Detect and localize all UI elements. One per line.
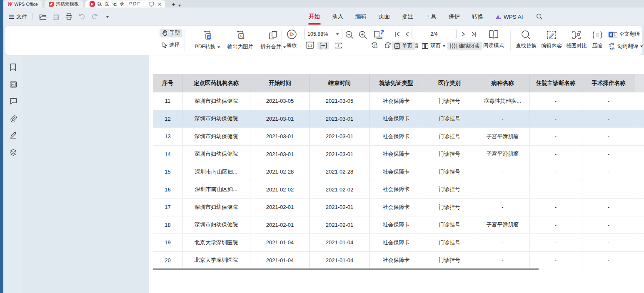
menu-home[interactable]: 开始 — [309, 7, 320, 26]
fit-page-button[interactable] — [332, 42, 344, 50]
cell-medical-category: 门诊挂号 — [423, 163, 476, 181]
play-button[interactable]: 播放 — [281, 29, 302, 49]
close-tab-icon[interactable] — [157, 2, 162, 6]
zoom-in-icon[interactable] — [358, 30, 367, 40]
menu-insert[interactable]: 插入 — [332, 7, 343, 26]
sidebar-attachments-button[interactable] — [10, 115, 17, 122]
cell-partial — [635, 181, 644, 199]
print-button[interactable] — [64, 12, 73, 21]
zoom-out-icon[interactable] — [345, 30, 354, 40]
cell-credential-type: 社会保障卡 — [369, 234, 423, 251]
redo-button[interactable] — [90, 12, 99, 21]
column-header: 开始时间 — [250, 74, 310, 92]
quickbar-more-button[interactable]: ▼ — [103, 12, 112, 21]
edit-content-button[interactable]: 编辑内容 — [539, 30, 564, 50]
printer-icon — [65, 13, 72, 20]
rotate-left-button[interactable] — [370, 42, 380, 50]
tab-list-chevron-icon[interactable]: ▼ — [177, 4, 182, 7]
single-page-button[interactable]: 单页 — [392, 42, 415, 50]
last-page-icon[interactable] — [471, 31, 477, 37]
rotate-document-icon[interactable] — [373, 29, 385, 40]
sidebar-signature-button[interactable] — [10, 132, 17, 139]
cell-start-date: 2021-03-01 — [250, 110, 310, 128]
document-title: 就 医 记 录 .PDF — [97, 1, 141, 7]
table-row[interactable]: 11 深圳市妇幼保健院 2021-03-05 2021-03-05 社会保障卡 … — [153, 92, 644, 110]
table-row[interactable]: 17 深圳市妇幼保健院 2021-02-01 2021-02-01 社会保障卡 … — [153, 199, 644, 216]
continuous-read-button[interactable]: 连续阅读 — [447, 42, 482, 50]
menu-tools[interactable]: 工具 — [425, 7, 437, 26]
hand-icon — [162, 30, 168, 36]
column-header-partial — [635, 74, 644, 92]
table-row[interactable]: 12 深圳市妇幼保健院 2021-03-01 2021-03-01 社会保障卡 … — [153, 110, 644, 128]
double-page-button[interactable]: 双页 ▼ — [419, 42, 448, 50]
cell-diagnosis-name: - — [529, 110, 582, 128]
cell-partial — [635, 128, 644, 145]
sidebar-comments-button[interactable] — [10, 98, 17, 104]
read-mode-button[interactable]: 阅读模式 — [480, 30, 507, 49]
wps-logo-icon: W — [7, 1, 12, 7]
column-header: 住院主诊断名称 — [529, 74, 582, 92]
file-menu-button[interactable]: 文件 — [8, 13, 27, 20]
hand-tool-button[interactable]: 手型 — [160, 29, 182, 37]
table-row[interactable]: 13 深圳市妇幼保健院 2021-03-01 2021-03-01 社会保障卡 … — [153, 128, 644, 146]
menu-wps-ai[interactable]: WPS AI — [495, 7, 523, 26]
new-tab-button[interactable]: + — [172, 0, 175, 7]
fulltext-translate-button[interactable]: A 全文翻译 — [606, 30, 642, 39]
find-replace-button[interactable]: 查找替换 — [514, 30, 538, 50]
cell-partial — [635, 252, 644, 269]
first-page-icon[interactable] — [394, 31, 401, 37]
double-page-icon — [422, 43, 429, 49]
cell-disease-name: - — [476, 181, 529, 199]
output-as-image-button[interactable]: 输出为图片 — [223, 30, 258, 50]
save-button[interactable] — [51, 12, 60, 21]
tab-docer-template[interactable]: 找稿壳模板 — [45, 0, 83, 7]
table-row[interactable]: 14 深圳市妇幼保健院 2021-03-01 2021-03-01 社会保障卡 … — [153, 146, 644, 164]
screenshot-compare-button[interactable]: 截图对比 — [564, 30, 589, 50]
table-row[interactable]: 15 深圳市南山区妇... 2021-02-28 2021-02-28 社会保障… — [153, 163, 644, 181]
word-translate-button[interactable]: A 文 划词翻译 ▼ — [606, 42, 644, 51]
fit-width-button[interactable] — [317, 42, 329, 50]
cell-disease-name: - — [476, 199, 529, 216]
table-row[interactable]: 19 北京大学深圳医院 2021-01-04 2021-01-04 社会保障卡 … — [153, 234, 644, 252]
select-tool-button[interactable]: 选择 — [160, 41, 182, 50]
sidebar-thumbnails-button[interactable] — [10, 81, 17, 88]
menu-edit[interactable]: 编辑 — [355, 7, 367, 26]
cell-medical-category: 门诊挂号 — [423, 216, 476, 234]
cell-institution: 深圳市妇幼保健院 — [182, 128, 250, 145]
tab-document-pdf[interactable]: P 就 医 记 录 .PDF — [85, 0, 165, 7]
sidebar-bookmarks-button[interactable] — [10, 63, 17, 71]
menu-page[interactable]: 页面 — [379, 7, 390, 26]
rotate-right-button[interactable] — [382, 42, 392, 50]
cursor-icon — [162, 42, 167, 48]
menu-annotate[interactable]: 批注 — [402, 7, 413, 26]
cell-disease-name: 子宫平滑肌瘤 — [476, 216, 529, 234]
page-indicator-input[interactable]: 2/4 — [412, 29, 457, 39]
open-file-button[interactable] — [38, 12, 47, 21]
layers-icon — [10, 149, 17, 156]
table-row[interactable]: 20 北京大学深圳医院 2021-01-04 2021-01-04 社会保障卡 … — [153, 252, 644, 270]
actual-size-icon[interactable]: 1:1 — [306, 42, 314, 49]
table-row[interactable]: 18 深圳市妇幼保健院 2021-02-01 2021-02-01 社会保障卡 … — [153, 216, 644, 234]
next-page-icon[interactable] — [461, 31, 466, 37]
cell-partial — [635, 199, 644, 216]
fit-page-icon — [334, 42, 342, 49]
cell-diagnosis-name: - — [529, 234, 582, 251]
menu-protect[interactable]: 保护 — [449, 7, 460, 26]
undo-icon — [78, 14, 85, 20]
chevron-down-icon: ▼ — [105, 15, 110, 19]
cell-index: 16 — [153, 181, 182, 199]
tab-wps-office[interactable]: W WPS Office — [3, 0, 42, 7]
cell-operation-name: - — [582, 199, 635, 216]
undo-button[interactable] — [77, 12, 86, 21]
zoom-level-select[interactable]: 105.88% ▼ — [304, 29, 342, 39]
monitor-icon[interactable] — [149, 2, 154, 7]
compress-button[interactable]: 压缩 — [587, 30, 607, 50]
menu-convert[interactable]: 转换 — [472, 7, 483, 26]
table-row[interactable]: 16 深圳市南山区妇... 2021-02-02 2021-02-02 社会保障… — [153, 181, 644, 199]
menubar-search-button[interactable] — [536, 7, 543, 26]
sidebar-layers-button[interactable] — [10, 149, 17, 156]
previous-page-icon[interactable] — [405, 31, 410, 37]
cell-index: 18 — [153, 216, 182, 234]
cell-diagnosis-name: - — [529, 199, 582, 216]
pdf-convert-button[interactable]: W PDF转换 ▼ — [192, 30, 222, 50]
